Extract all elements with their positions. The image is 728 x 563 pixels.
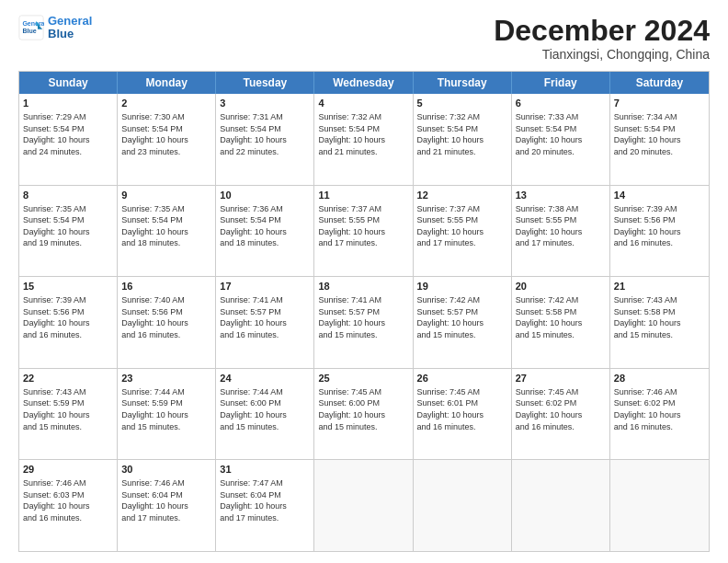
- day-cell-26: 26Sunrise: 7:45 AMSunset: 6:01 PMDayligh…: [414, 369, 512, 460]
- day-info-line: Sunset: 5:54 PM: [318, 123, 408, 135]
- day-number: 11: [318, 189, 408, 202]
- day-info-line: Daylight: 10 hours: [23, 317, 113, 329]
- calendar-row-4: 22Sunrise: 7:43 AMSunset: 5:59 PMDayligh…: [19, 368, 709, 460]
- day-info-line: Sunset: 5:58 PM: [614, 306, 705, 318]
- header-day-wednesday: Wednesday: [314, 72, 413, 94]
- svg-text:Blue: Blue: [22, 28, 36, 34]
- day-info-line: Sunrise: 7:35 AM: [121, 203, 211, 215]
- day-number: 5: [417, 97, 507, 110]
- day-info-line: Sunrise: 7:40 AM: [121, 294, 211, 306]
- day-info-line: Daylight: 10 hours: [417, 226, 507, 238]
- day-number: 22: [23, 372, 113, 385]
- header-day-saturday: Saturday: [610, 72, 709, 94]
- day-info-line: Sunrise: 7:45 AM: [318, 386, 408, 398]
- day-info-line: Daylight: 10 hours: [516, 409, 606, 421]
- day-info-line: Sunset: 5:54 PM: [121, 123, 211, 135]
- day-info-line: and 19 minutes.: [23, 237, 113, 249]
- day-number: 23: [121, 372, 211, 385]
- day-number: 17: [220, 280, 310, 293]
- day-info-line: Sunrise: 7:47 AM: [220, 477, 310, 489]
- day-cell-14: 14Sunrise: 7:39 AMSunset: 5:56 PMDayligh…: [610, 186, 709, 277]
- day-number: 16: [121, 280, 211, 293]
- day-cell-7: 7Sunrise: 7:34 AMSunset: 5:54 PMDaylight…: [610, 94, 709, 185]
- day-info-line: Sunrise: 7:34 AM: [614, 111, 705, 123]
- day-info-line: and 16 minutes.: [614, 421, 705, 433]
- day-info-line: Sunset: 6:00 PM: [318, 397, 408, 409]
- day-info-line: Sunrise: 7:41 AM: [220, 294, 310, 306]
- svg-text:General: General: [22, 21, 44, 28]
- day-info-line: Daylight: 10 hours: [417, 317, 507, 329]
- empty-cell: [512, 460, 610, 551]
- day-info-line: and 22 minutes.: [220, 146, 310, 158]
- day-info-line: Sunset: 5:54 PM: [23, 123, 113, 135]
- day-number: 4: [318, 97, 408, 110]
- day-info-line: Sunrise: 7:29 AM: [23, 111, 113, 123]
- day-info-line: Sunrise: 7:42 AM: [417, 294, 507, 306]
- day-info-line: Daylight: 10 hours: [614, 409, 705, 421]
- empty-cell: [414, 460, 512, 551]
- day-info-line: and 21 minutes.: [318, 146, 408, 158]
- day-info-line: Sunset: 6:01 PM: [417, 397, 507, 409]
- day-info-line: Daylight: 10 hours: [220, 317, 310, 329]
- day-info-line: Daylight: 10 hours: [220, 134, 310, 146]
- day-info-line: Sunset: 5:58 PM: [516, 306, 606, 318]
- day-info-line: Sunset: 5:57 PM: [417, 306, 507, 318]
- day-info-line: Sunset: 5:56 PM: [23, 306, 113, 318]
- day-info-line: Daylight: 10 hours: [614, 317, 705, 329]
- day-info-line: Sunrise: 7:31 AM: [220, 111, 310, 123]
- day-info-line: Daylight: 10 hours: [614, 134, 705, 146]
- day-info-line: Sunset: 5:57 PM: [318, 306, 408, 318]
- day-info-line: Sunrise: 7:44 AM: [220, 386, 310, 398]
- day-info-line: and 20 minutes.: [516, 146, 606, 158]
- location: Tianxingsi, Chongqing, China: [494, 47, 710, 62]
- day-info-line: and 17 minutes.: [220, 512, 310, 524]
- day-info-line: Daylight: 10 hours: [318, 409, 408, 421]
- day-cell-23: 23Sunrise: 7:44 AMSunset: 5:59 PMDayligh…: [118, 369, 216, 460]
- day-number: 30: [121, 463, 211, 477]
- day-info-line: and 15 minutes.: [614, 329, 705, 341]
- day-info-line: Daylight: 10 hours: [23, 134, 113, 146]
- day-info-line: and 15 minutes.: [417, 329, 507, 341]
- day-info-line: Sunset: 5:59 PM: [121, 397, 211, 409]
- day-number: 27: [516, 372, 606, 385]
- day-info-line: and 15 minutes.: [318, 421, 408, 433]
- day-cell-30: 30Sunrise: 7:46 AMSunset: 6:04 PMDayligh…: [118, 460, 216, 551]
- day-info-line: Daylight: 10 hours: [614, 226, 705, 238]
- day-cell-8: 8Sunrise: 7:35 AMSunset: 5:54 PMDaylight…: [19, 186, 118, 277]
- day-info-line: Sunrise: 7:46 AM: [614, 386, 705, 398]
- day-cell-22: 22Sunrise: 7:43 AMSunset: 5:59 PMDayligh…: [19, 369, 118, 460]
- day-number: 7: [614, 97, 705, 110]
- day-cell-15: 15Sunrise: 7:39 AMSunset: 5:56 PMDayligh…: [19, 277, 118, 368]
- header-day-friday: Friday: [512, 72, 610, 94]
- day-info-line: Daylight: 10 hours: [516, 226, 606, 238]
- calendar-page: General Blue General Blue December 2024 …: [0, 0, 728, 563]
- logo-icon: General Blue: [18, 15, 44, 40]
- day-cell-4: 4Sunrise: 7:32 AMSunset: 5:54 PMDaylight…: [314, 94, 413, 185]
- day-info-line: Sunset: 6:02 PM: [614, 397, 705, 409]
- day-info-line: Sunrise: 7:39 AM: [23, 294, 113, 306]
- calendar-row-2: 8Sunrise: 7:35 AMSunset: 5:54 PMDaylight…: [19, 185, 709, 277]
- month-title: December 2024: [494, 15, 710, 47]
- day-info-line: Sunrise: 7:37 AM: [417, 203, 507, 215]
- day-cell-2: 2Sunrise: 7:30 AMSunset: 5:54 PMDaylight…: [118, 94, 216, 185]
- day-info-line: Sunrise: 7:33 AM: [516, 111, 606, 123]
- day-cell-27: 27Sunrise: 7:45 AMSunset: 6:02 PMDayligh…: [512, 369, 610, 460]
- day-number: 25: [318, 372, 408, 385]
- day-cell-17: 17Sunrise: 7:41 AMSunset: 5:57 PMDayligh…: [216, 277, 314, 368]
- calendar-header: SundayMondayTuesdayWednesdayThursdayFrid…: [19, 72, 709, 94]
- day-info-line: and 16 minutes.: [23, 512, 113, 524]
- day-info-line: Sunrise: 7:35 AM: [23, 203, 113, 215]
- day-info-line: Daylight: 10 hours: [318, 317, 408, 329]
- day-info-line: Sunrise: 7:45 AM: [417, 386, 507, 398]
- day-info-line: and 17 minutes.: [516, 237, 606, 249]
- day-number: 3: [220, 97, 310, 110]
- day-info-line: Sunset: 6:02 PM: [516, 397, 606, 409]
- day-info-line: and 15 minutes.: [121, 421, 211, 433]
- day-info-line: Sunset: 5:54 PM: [23, 214, 113, 226]
- day-cell-12: 12Sunrise: 7:37 AMSunset: 5:55 PMDayligh…: [414, 186, 512, 277]
- day-cell-5: 5Sunrise: 7:32 AMSunset: 5:54 PMDaylight…: [414, 94, 512, 185]
- day-cell-1: 1Sunrise: 7:29 AMSunset: 5:54 PMDaylight…: [19, 94, 118, 185]
- day-info-line: and 18 minutes.: [121, 237, 211, 249]
- day-info-line: Daylight: 10 hours: [417, 409, 507, 421]
- day-cell-18: 18Sunrise: 7:41 AMSunset: 5:57 PMDayligh…: [314, 277, 413, 368]
